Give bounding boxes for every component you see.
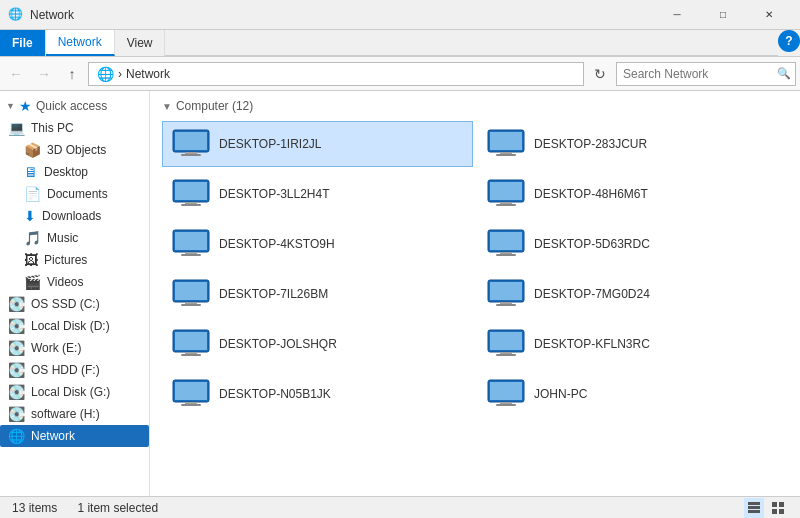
quick-access-header[interactable]: ▼ ★ Quick access [0, 95, 149, 117]
sidebar-item-videos[interactable]: 🎬 Videos [0, 271, 149, 293]
sidebar-label-local-disk-g: Local Disk (G:) [31, 385, 110, 399]
computer-name-desktop-kfln3rc: DESKTOP-KFLN3RC [534, 337, 650, 351]
status-bar: 13 items 1 item selected [0, 496, 800, 518]
sidebar-label-os-ssd: OS SSD (C:) [31, 297, 100, 311]
large-icons-view-button[interactable] [768, 498, 788, 518]
minimize-button[interactable]: ─ [654, 0, 700, 30]
svg-rect-10 [185, 202, 197, 204]
sidebar-item-3d-objects[interactable]: 📦 3D Objects [0, 139, 149, 161]
maximize-button[interactable]: □ [700, 0, 746, 30]
svg-rect-37 [490, 332, 522, 350]
computer-item-desktop-5d63rdc[interactable]: DESKTOP-5D63RDC [477, 221, 788, 267]
section-expand-icon: ▼ [162, 101, 172, 112]
sidebar-item-downloads[interactable]: ⬇ Downloads [0, 205, 149, 227]
main-area: ▼ ★ Quick access 💻 This PC 📦 3D Objects … [0, 91, 800, 496]
sidebar-item-local-disk-g[interactable]: 💽 Local Disk (G:) [0, 381, 149, 403]
sidebar-label-os-hdd-f: OS HDD (F:) [31, 363, 100, 377]
network-icon: 🌐 [8, 428, 25, 444]
search-icon: 🔍 [777, 67, 791, 80]
svg-rect-15 [496, 204, 516, 206]
computer-item-desktop-3ll2h4t[interactable]: DESKTOP-3LL2H4T [162, 171, 473, 217]
computer-item-desktop-283jcur[interactable]: DESKTOP-283JCUR [477, 121, 788, 167]
content-area: ▼ Computer (12) DESKTOP-1IRI2JL [150, 91, 800, 496]
svg-rect-23 [496, 254, 516, 256]
svg-rect-22 [500, 252, 512, 254]
computer-item-desktop-jolshqr[interactable]: DESKTOP-JOLSHQR [162, 321, 473, 367]
title-bar: 🌐 Network ─ □ ✕ [0, 0, 800, 30]
pictures-icon: 🖼 [24, 252, 38, 268]
computer-item-desktop-n05b1jk[interactable]: DESKTOP-N05B1JK [162, 371, 473, 417]
computer-item-desktop-4ksto9h[interactable]: DESKTOP-4KSTO9H [162, 221, 473, 267]
refresh-button[interactable]: ↻ [588, 62, 612, 86]
svg-rect-46 [500, 402, 512, 404]
computer-item-desktop-7mg0d24[interactable]: DESKTOP-7MG0D24 [477, 271, 788, 317]
sidebar-item-documents[interactable]: 📄 Documents [0, 183, 149, 205]
computer-name-desktop-5d63rdc: DESKTOP-5D63RDC [534, 237, 650, 251]
computer-item-desktop-7il26bm[interactable]: DESKTOP-7IL26BM [162, 271, 473, 317]
sidebar-item-desktop[interactable]: 🖥 Desktop [0, 161, 149, 183]
svg-rect-26 [185, 302, 197, 304]
monitor-icon [486, 128, 526, 160]
sidebar-item-software-h[interactable]: 💽 software (H:) [0, 403, 149, 425]
sidebar-item-work-e[interactable]: 💽 Work (E:) [0, 337, 149, 359]
software-h-icon: 💽 [8, 406, 25, 422]
back-button[interactable]: ← [4, 62, 28, 86]
svg-rect-48 [748, 502, 760, 505]
computer-grid: DESKTOP-1IRI2JL DESKTOP-283JCUR [162, 121, 788, 417]
details-view-button[interactable] [744, 498, 764, 518]
tab-file[interactable]: File [0, 30, 46, 56]
sidebar-item-os-ssd[interactable]: 💽 OS SSD (C:) [0, 293, 149, 315]
help-button[interactable]: ? [778, 30, 800, 52]
sidebar-label-pictures: Pictures [44, 253, 87, 267]
svg-rect-18 [185, 252, 197, 254]
large-icons-view-icon [771, 501, 785, 515]
monitor-icon [486, 378, 526, 410]
svg-rect-19 [181, 254, 201, 256]
forward-button[interactable]: → [32, 62, 56, 86]
svg-rect-50 [748, 510, 760, 513]
computer-item-desktop-1iri2jl[interactable]: DESKTOP-1IRI2JL [162, 121, 473, 167]
svg-rect-52 [779, 502, 784, 507]
sidebar-label-work-e: Work (E:) [31, 341, 81, 355]
svg-rect-7 [496, 154, 516, 156]
svg-rect-34 [185, 352, 197, 354]
sidebar-item-pictures[interactable]: 🖼 Pictures [0, 249, 149, 271]
sidebar-item-this-pc[interactable]: 💻 This PC [0, 117, 149, 139]
svg-rect-54 [779, 509, 784, 514]
computer-name-desktop-48h6m6t: DESKTOP-48H6M6T [534, 187, 648, 201]
tab-network[interactable]: Network [46, 30, 115, 56]
monitor-icon [486, 328, 526, 360]
close-button[interactable]: ✕ [746, 0, 792, 30]
sidebar-label-videos: Videos [47, 275, 83, 289]
sidebar-label-3d-objects: 3D Objects [47, 143, 106, 157]
section-label: Computer (12) [176, 99, 253, 113]
computer-item-desktop-48h6m6t[interactable]: DESKTOP-48H6M6T [477, 171, 788, 217]
computer-item-john-pc[interactable]: JOHN-PC [477, 371, 788, 417]
address-path[interactable]: 🌐 › Network [88, 62, 584, 86]
section-header: ▼ Computer (12) [162, 99, 788, 113]
up-button[interactable]: ↑ [60, 62, 84, 86]
computer-item-desktop-kfln3rc[interactable]: DESKTOP-KFLN3RC [477, 321, 788, 367]
sidebar-item-os-hdd-f[interactable]: 💽 OS HDD (F:) [0, 359, 149, 381]
sidebar-item-network[interactable]: 🌐 Network [0, 425, 149, 447]
monitor-icon [486, 228, 526, 260]
sidebar-item-local-disk-d[interactable]: 💽 Local Disk (D:) [0, 315, 149, 337]
monitor-icon [486, 278, 526, 310]
documents-icon: 📄 [24, 186, 41, 202]
svg-rect-3 [181, 154, 201, 156]
search-input[interactable] [623, 67, 773, 81]
svg-rect-21 [490, 232, 522, 250]
title-bar-title: Network [30, 8, 654, 22]
path-network-icon: 🌐 [97, 66, 114, 82]
tab-view[interactable]: View [115, 30, 166, 56]
sidebar-item-music[interactable]: 🎵 Music [0, 227, 149, 249]
details-view-icon [747, 501, 761, 515]
title-bar-icon: 🌐 [8, 7, 24, 23]
svg-rect-17 [175, 232, 207, 250]
sidebar-label-software-h: software (H:) [31, 407, 100, 421]
view-controls [744, 498, 788, 518]
svg-rect-33 [175, 332, 207, 350]
work-e-icon: 💽 [8, 340, 25, 356]
computer-name-desktop-283jcur: DESKTOP-283JCUR [534, 137, 647, 151]
monitor-icon [171, 228, 211, 260]
